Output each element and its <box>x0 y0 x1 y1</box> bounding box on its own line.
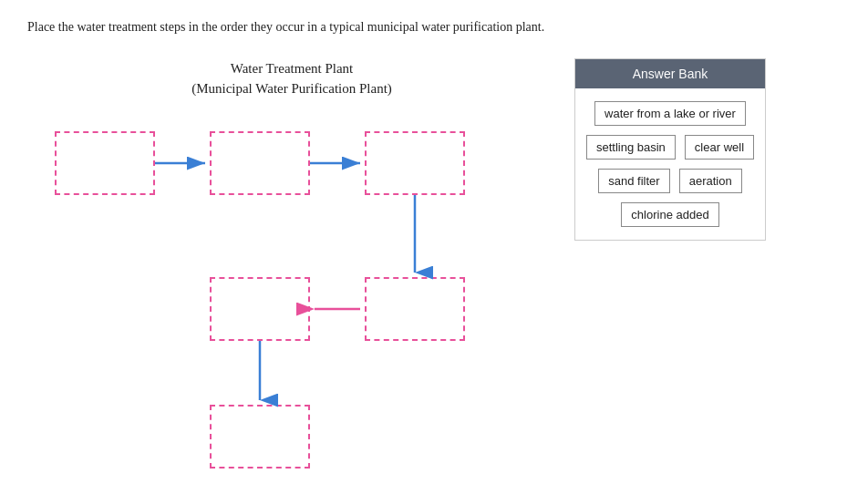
answer-row-3: sand filter aeration <box>598 169 741 193</box>
drop-box-1[interactable] <box>55 131 155 195</box>
drop-box-2[interactable] <box>210 131 310 195</box>
drop-box-5[interactable] <box>365 277 465 341</box>
chip-sand-filter[interactable]: sand filter <box>598 169 669 193</box>
instruction-text: Place the water treatment steps in the o… <box>27 18 841 36</box>
drop-box-4[interactable] <box>210 277 310 341</box>
answer-row-1: water from a lake or river <box>594 101 746 126</box>
diagram-area: Water Treatment Plant (Municipal Water P… <box>27 58 841 478</box>
answer-bank-header: Answer Bank <box>575 59 765 88</box>
answer-row-2: settling basin clear well <box>586 135 754 160</box>
diagram-title: Water Treatment Plant (Municipal Water P… <box>27 58 556 99</box>
flowchart: Water Treatment Plant (Municipal Water P… <box>27 58 556 478</box>
chip-settling-basin[interactable]: settling basin <box>586 135 676 160</box>
drop-box-3[interactable] <box>365 131 465 195</box>
answer-bank-body: water from a lake or river settling basi… <box>575 88 765 240</box>
chip-water-from-lake[interactable]: water from a lake or river <box>594 101 746 126</box>
chip-clear-well[interactable]: clear well <box>685 135 754 160</box>
chip-aeration[interactable]: aeration <box>679 169 742 193</box>
chip-chlorine-added[interactable]: chlorine added <box>621 202 718 227</box>
answer-bank: Answer Bank water from a lake or river s… <box>574 58 766 241</box>
answer-row-4: chlorine added <box>621 202 718 227</box>
drop-box-6[interactable] <box>210 405 310 469</box>
